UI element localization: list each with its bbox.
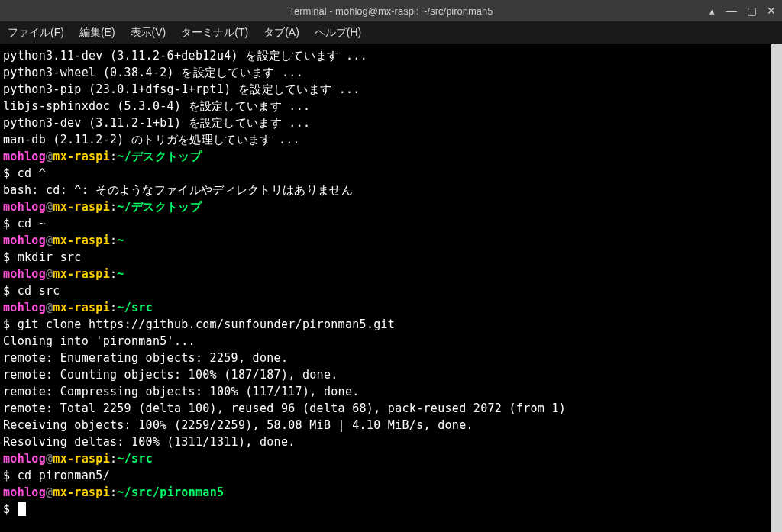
prompt-symbol: $ [3, 318, 18, 331]
output-line: libjs-sphinxdoc (5.3.0-4) を設定しています ... [3, 99, 310, 113]
output-line: python3.11-dev (3.11.2-6+deb12u4) を設定してい… [3, 49, 367, 63]
output-line: Resolving deltas: 100% (1311/1311), done… [3, 435, 296, 449]
prompt-host: mx-raspi [53, 485, 110, 499]
vertical-scrollbar[interactable] [771, 44, 782, 532]
command: cd ~ [18, 217, 46, 231]
output-line: python3-dev (3.11.2-1+b1) を設定しています ... [3, 116, 310, 130]
prompt-path: ~/src [117, 452, 153, 466]
prompt-user: mohlog [3, 200, 46, 214]
output-line: man-db (2.11.2-2) のトリガを処理しています ... [3, 133, 300, 147]
prompt-colon: : [110, 150, 117, 163]
command: cd src [18, 284, 60, 298]
prompt-at: @ [46, 200, 53, 214]
output-line: remote: Counting objects: 100% (187/187)… [3, 368, 338, 382]
prompt-user: mohlog [3, 150, 46, 163]
output-line: bash: cd: ^: そのようなファイルやディレクトリはありません [3, 183, 353, 197]
prompt-path: ~/src/pironman5 [117, 485, 224, 499]
output-line: remote: Compressing objects: 100% (117/1… [3, 385, 360, 398]
rollup-icon[interactable]: ▴ [706, 5, 718, 17]
prompt-path: ~/デスクトップ [117, 200, 201, 214]
prompt-at: @ [46, 150, 53, 163]
prompt-at: @ [46, 485, 53, 499]
menu-terminal[interactable]: ターミナル(T) [179, 24, 250, 42]
output-line: Cloning into 'pironman5'... [3, 334, 196, 348]
prompt-colon: : [110, 267, 117, 281]
prompt-symbol: $ [3, 217, 18, 231]
window-controls: ▴ — ▢ ✕ [706, 0, 777, 21]
command: cd pironman5/ [18, 469, 110, 482]
prompt-at: @ [46, 267, 53, 281]
prompt-host: mx-raspi [53, 301, 110, 314]
prompt-colon: : [110, 485, 117, 499]
minimize-icon[interactable]: — [725, 5, 738, 17]
prompt-path: ~/デスクトップ [117, 150, 201, 163]
prompt-path: ~ [117, 267, 124, 281]
output-line: Receiving objects: 100% (2259/2259), 58.… [3, 418, 473, 432]
menu-view[interactable]: 表示(V) [129, 24, 168, 42]
close-icon[interactable]: ✕ [765, 5, 777, 17]
prompt-symbol: $ [3, 469, 18, 482]
menu-edit[interactable]: 編集(E) [78, 24, 117, 42]
cursor [18, 502, 26, 516]
prompt-at: @ [46, 452, 53, 466]
terminal-output[interactable]: python3.11-dev (3.11.2-6+deb12u4) を設定してい… [0, 44, 782, 532]
prompt-symbol: $ [3, 250, 18, 264]
prompt-user: mohlog [3, 452, 46, 466]
prompt-path: ~ [117, 234, 124, 247]
prompt-at: @ [46, 234, 53, 247]
output-line: remote: Total 2259 (delta 100), reused 9… [3, 401, 566, 415]
output-line: python3-wheel (0.38.4-2) を設定しています ... [3, 66, 303, 79]
prompt-host: mx-raspi [53, 200, 110, 214]
prompt-host: mx-raspi [53, 150, 110, 163]
menu-tabs[interactable]: タブ(A) [262, 24, 301, 42]
prompt-user: mohlog [3, 485, 46, 499]
command: cd ^ [18, 166, 46, 180]
prompt-colon: : [110, 452, 117, 466]
prompt-user: mohlog [3, 234, 46, 247]
prompt-symbol: $ [3, 284, 18, 298]
output-line: remote: Enumerating objects: 2259, done. [3, 351, 288, 365]
window-title: Terminal - mohlog@mx-raspi: ~/src/pironm… [289, 5, 493, 17]
menu-bar: ファイル(F) 編集(E) 表示(V) ターミナル(T) タブ(A) ヘルプ(H… [0, 21, 782, 44]
maximize-icon[interactable]: ▢ [745, 5, 758, 17]
command: mkdir src [18, 250, 82, 264]
prompt-colon: : [110, 234, 117, 247]
menu-help[interactable]: ヘルプ(H) [313, 24, 363, 42]
command: git clone https://github.com/sunfounder/… [18, 318, 396, 331]
prompt-at: @ [46, 301, 53, 314]
prompt-user: mohlog [3, 301, 46, 314]
prompt-colon: : [110, 301, 117, 314]
menu-file[interactable]: ファイル(F) [6, 24, 66, 42]
window-titlebar: Terminal - mohlog@mx-raspi: ~/src/pironm… [0, 0, 782, 21]
prompt-symbol: $ [3, 502, 18, 516]
prompt-host: mx-raspi [53, 267, 110, 281]
prompt-host: mx-raspi [53, 452, 110, 466]
prompt-host: mx-raspi [53, 234, 110, 247]
prompt-user: mohlog [3, 267, 46, 281]
prompt-symbol: $ [3, 166, 18, 180]
prompt-path: ~/src [117, 301, 153, 314]
prompt-colon: : [110, 200, 117, 214]
output-line: python3-pip (23.0.1+dfsg-1+rpt1) を設定していま… [3, 82, 360, 96]
